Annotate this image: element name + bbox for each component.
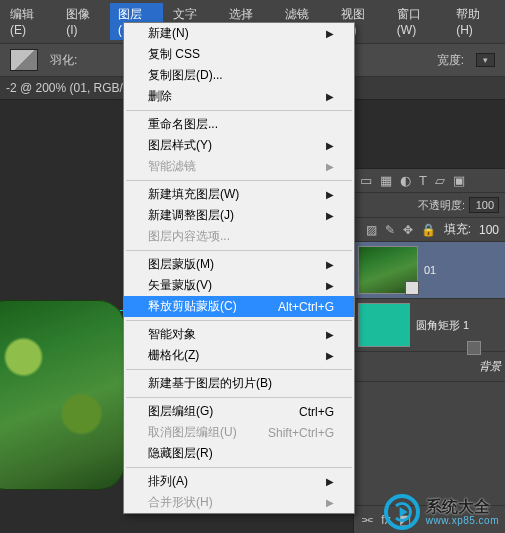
submenu-arrow-icon: ▶ (326, 140, 334, 151)
menuitem-shortcut: Alt+Ctrl+G (278, 300, 334, 314)
lock-transparent-icon[interactable]: ▨ (366, 223, 377, 237)
submenu-arrow-icon: ▶ (326, 476, 334, 487)
menu-separator (126, 320, 352, 321)
watermark: 系统大全 www.xp85.com (384, 494, 499, 530)
menuitem-copy-css[interactable]: 复制 CSS (124, 44, 354, 65)
menu-separator (126, 250, 352, 251)
link-layers-icon[interactable]: ⫘ (360, 512, 373, 527)
menuitem-ungroup-layers: 取消图层编组(U)Shift+Ctrl+G (124, 422, 354, 443)
layer-thumbnail[interactable] (358, 246, 418, 294)
menuitem-layer-mask[interactable]: 图层蒙版(M)▶ (124, 254, 354, 275)
menuitem-duplicate-layer[interactable]: 复制图层(D)... (124, 65, 354, 86)
menu-image[interactable]: 图像(I) (58, 3, 108, 40)
width-label: 宽度: (437, 52, 464, 69)
menuitem-new-layer-based-slice[interactable]: 新建基于图层的切片(B) (124, 373, 354, 394)
layer-row-01[interactable]: 01 (354, 242, 505, 299)
tool-preset-swatch[interactable] (10, 49, 38, 71)
layer-row-rounded-rect[interactable]: 圆角矩形 1 (354, 299, 505, 352)
menuitem-layer-content-options: 图层内容选项... (124, 226, 354, 247)
document-tab[interactable]: -2 @ 200% (01, RGB/ (6, 81, 123, 95)
menuitem-new-fill-layer[interactable]: 新建填充图层(W)▶ (124, 184, 354, 205)
menuitem-new-adjustment-layer[interactable]: 新建调整图层(J)▶ (124, 205, 354, 226)
lock-position-icon[interactable]: ✥ (403, 223, 413, 237)
menu-separator (126, 110, 352, 111)
menu-separator (126, 180, 352, 181)
submenu-arrow-icon: ▶ (326, 210, 334, 221)
menu-edit[interactable]: 编辑(E) (2, 3, 56, 40)
feather-label: 羽化: (50, 52, 77, 69)
filter-type-icon[interactable]: T (419, 173, 427, 188)
lock-all-icon[interactable]: 🔒 (421, 223, 436, 237)
canvas-rounded-image (0, 300, 125, 490)
submenu-arrow-icon: ▶ (326, 329, 334, 340)
filter-smart-icon[interactable]: ▣ (453, 173, 465, 188)
menuitem-smart-filter: 智能滤镜▶ (124, 156, 354, 177)
layer-name[interactable]: 圆角矩形 1 (416, 318, 469, 333)
layer-thumbnail[interactable] (358, 303, 410, 347)
menu-window[interactable]: 窗口(W) (389, 3, 446, 40)
menuitem-vector-mask[interactable]: 矢量蒙版(V)▶ (124, 275, 354, 296)
menuitem-release-clipping-mask[interactable]: 释放剪贴蒙版(C)Alt+Ctrl+G (124, 296, 354, 317)
watermark-url: www.xp85.com (426, 515, 499, 526)
menuitem-rasterize[interactable]: 栅格化(Z)▶ (124, 345, 354, 366)
filter-pixel-icon[interactable]: ▦ (380, 173, 392, 188)
submenu-arrow-icon: ▶ (326, 161, 334, 172)
menu-separator (126, 369, 352, 370)
menuitem-delete[interactable]: 删除▶ (124, 86, 354, 107)
layer-menu-dropdown: 新建(N)▶ 复制 CSS 复制图层(D)... 删除▶ 重命名图层... 图层… (123, 22, 355, 514)
menuitem-shortcut: Ctrl+G (299, 405, 334, 419)
menuitem-hide-layers[interactable]: 隐藏图层(R) (124, 443, 354, 464)
submenu-arrow-icon: ▶ (326, 259, 334, 270)
menuitem-layer-style[interactable]: 图层样式(Y)▶ (124, 135, 354, 156)
menuitem-rename-layer[interactable]: 重命名图层... (124, 114, 354, 135)
submenu-arrow-icon: ▶ (326, 189, 334, 200)
opacity-row: 不透明度: 100 (354, 193, 505, 218)
watermark-logo-icon (384, 494, 420, 530)
clip-mask-badge-icon (405, 281, 419, 295)
submenu-arrow-icon: ▶ (326, 280, 334, 291)
submenu-arrow-icon: ▶ (326, 91, 334, 102)
opacity-value[interactable]: 100 (469, 197, 499, 213)
layer-list: 01 圆角矩形 1 背景 (354, 242, 505, 505)
opacity-label: 不透明度: (418, 198, 465, 213)
lock-row: ▨ ✎ ✥ 🔒 填充: 100 (354, 218, 505, 242)
filter-kind-icon[interactable]: ▭ (360, 173, 372, 188)
submenu-arrow-icon: ▶ (326, 497, 334, 508)
vector-mask-badge-icon (467, 341, 481, 355)
watermark-title: 系统大全 (426, 498, 499, 516)
menu-separator (126, 397, 352, 398)
menuitem-shortcut: Shift+Ctrl+G (268, 426, 334, 440)
menu-help[interactable]: 帮助(H) (448, 3, 503, 40)
fill-value[interactable]: 100 (479, 223, 499, 237)
layer-name[interactable]: 01 (424, 264, 436, 276)
layers-panel: ▭ ▦ ◐ T ▱ ▣ 不透明度: 100 ▨ ✎ ✥ 🔒 填充: 100 01… (353, 168, 505, 533)
menuitem-arrange[interactable]: 排列(A)▶ (124, 471, 354, 492)
width-field[interactable]: ▾ (476, 53, 495, 67)
panel-filter-bar: ▭ ▦ ◐ T ▱ ▣ (354, 169, 505, 193)
layer-name[interactable]: 背景 (479, 359, 501, 374)
layer-row-background[interactable]: 背景 (354, 352, 505, 382)
filter-shape-icon[interactable]: ▱ (435, 173, 445, 188)
fill-label: 填充: (444, 221, 471, 238)
menuitem-group-layers[interactable]: 图层编组(G)Ctrl+G (124, 401, 354, 422)
menuitem-new[interactable]: 新建(N)▶ (124, 23, 354, 44)
submenu-arrow-icon: ▶ (326, 28, 334, 39)
menu-separator (126, 467, 352, 468)
lock-pixels-icon[interactable]: ✎ (385, 223, 395, 237)
submenu-arrow-icon: ▶ (326, 350, 334, 361)
menuitem-smart-objects[interactable]: 智能对象▶ (124, 324, 354, 345)
filter-adjust-icon[interactable]: ◐ (400, 173, 411, 188)
menuitem-combine-shapes: 合并形状(H)▶ (124, 492, 354, 513)
